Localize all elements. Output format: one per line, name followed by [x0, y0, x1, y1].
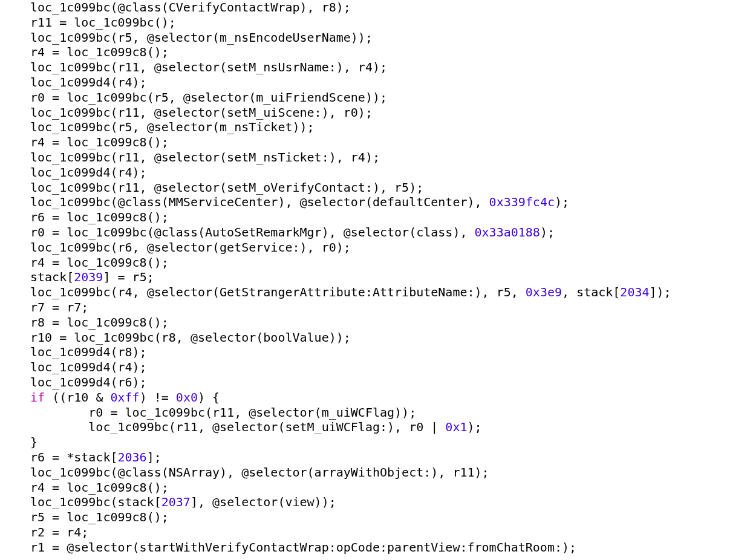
code-text: loc_1c099bc(r11, @selector(setM_oVerifyC… — [30, 180, 423, 195]
number-literal: 0x33a0188 — [475, 225, 540, 239]
code-line: if ((r10 & 0xff) != 0x0) { — [30, 390, 220, 405]
code-text: loc_1c099bc(r11, @selector(setM_nsTicket… — [30, 150, 380, 164]
code-line: r4 = loc_1c099c8(); — [30, 45, 169, 59]
code-text: r4 = loc_1c099c8(); — [30, 480, 169, 495]
code-line: r7 = r7; — [30, 300, 88, 314]
code-text: loc_1c099bc(r11, @selector(setM_uiWCFlag… — [30, 420, 445, 434]
code-line: loc_1c099bc(@class(CVerifyContactWrap), … — [30, 0, 351, 15]
code-line: loc_1c099bc(r11, @selector(setM_nsTicket… — [30, 150, 380, 164]
code-text: loc_1c099d4(r8); — [30, 345, 147, 359]
code-line: loc_1c099bc(r5, @selector(m_nsTicket)); — [30, 120, 315, 134]
code-line: r1 = @selector(startWithVerifyContactWra… — [30, 540, 576, 555]
code-line: r4 = loc_1c099c8(); — [30, 255, 169, 270]
code-text: loc_1c099bc(r6, @selector(getService:), … — [30, 240, 351, 255]
code-text: ); — [467, 420, 481, 434]
code-text: ] = r5; — [103, 270, 154, 284]
code-text: r4 = loc_1c099c8(); — [30, 255, 169, 270]
code-text: r7 = r7; — [30, 300, 88, 314]
code-text: r2 = r4; — [30, 525, 88, 539]
code-text: stack[ — [30, 270, 74, 284]
code-line: r4 = loc_1c099c8(); — [30, 135, 169, 149]
code-text: r1 = @selector(startWithVerifyContactWra… — [30, 540, 576, 555]
code-text: ((r10 & — [45, 390, 110, 405]
code-text: r0 = loc_1c099bc(@class(AutoSetRemarkMgr… — [30, 225, 475, 239]
code-line: loc_1c099bc(r11, @selector(setM_oVerifyC… — [30, 180, 423, 195]
code-line: loc_1c099bc(@class(NSArray), @selector(a… — [30, 465, 489, 480]
number-literal: 0x3e9 — [526, 285, 562, 299]
code-text: r5 = loc_1c099c8(); — [30, 510, 169, 524]
code-text: loc_1c099d4(r6); — [30, 375, 147, 389]
code-line: loc_1c099d4(r8); — [30, 345, 147, 359]
code-line: loc_1c099bc(r11, @selector(setM_nsUsrNam… — [30, 60, 387, 74]
code-text: ) != — [140, 390, 176, 405]
code-line: loc_1c099bc(r11, @selector(setM_uiWCFlag… — [30, 420, 482, 434]
code-text: ], @selector(view)); — [191, 495, 336, 509]
number-literal: 0x0 — [176, 390, 198, 405]
number-literal: 2039 — [74, 270, 103, 284]
code-text: loc_1c099bc(r4, @selector(GetStrangerAtt… — [30, 285, 526, 299]
disassembly-code-block: loc_1c099bc(@class(CVerifyContactWrap), … — [0, 0, 750, 555]
code-text: r8 = loc_1c099c8(); — [30, 315, 169, 330]
code-line: r6 = *stack[2036]; — [30, 450, 161, 464]
code-text: loc_1c099bc(@class(CVerifyContactWrap), … — [30, 0, 351, 15]
code-line: r11 = loc_1c099bc(); — [30, 15, 176, 30]
code-line: r2 = r4; — [30, 525, 88, 539]
code-text: r6 = *stack[ — [30, 450, 118, 464]
code-text: } — [30, 435, 38, 449]
code-text: loc_1c099d4(r4); — [30, 75, 147, 90]
code-line: loc_1c099bc(r11, @selector(setM_uiScene:… — [30, 105, 373, 120]
code-text: r10 = loc_1c099bc(r8, @selector(boolValu… — [30, 330, 351, 345]
code-line: r0 = loc_1c099bc(r5, @selector(m_uiFrien… — [30, 90, 387, 105]
code-line: loc_1c099d4(r4); — [30, 75, 147, 90]
code-text: r4 = loc_1c099c8(); — [30, 135, 169, 149]
code-line: loc_1c099d4(r4); — [30, 165, 147, 180]
code-line: loc_1c099bc(r5, @selector(m_nsEncodeUser… — [30, 30, 373, 45]
code-line: loc_1c099d4(r6); — [30, 375, 147, 389]
code-text: loc_1c099d4(r4); — [30, 165, 147, 180]
keyword-token: if — [30, 390, 45, 405]
code-text: ]; — [147, 450, 161, 464]
code-text: r0 = loc_1c099bc(r11, @selector(m_uiWCFl… — [30, 405, 416, 420]
number-literal: 0x339fc4c — [489, 195, 555, 209]
code-line: r10 = loc_1c099bc(r8, @selector(boolValu… — [30, 330, 351, 345]
code-text: ); — [555, 195, 569, 209]
code-text: ) { — [198, 390, 220, 405]
code-line: } — [30, 435, 38, 449]
code-text: r0 = loc_1c099bc(r5, @selector(m_uiFrien… — [30, 90, 387, 105]
code-line: loc_1c099bc(r6, @selector(getService:), … — [30, 240, 351, 255]
code-text: loc_1c099bc(r5, @selector(m_nsTicket)); — [30, 120, 315, 134]
number-literal: 0x1 — [445, 420, 467, 434]
code-line: r0 = loc_1c099bc(r11, @selector(m_uiWCFl… — [30, 405, 416, 420]
code-text: r4 = loc_1c099c8(); — [30, 45, 169, 59]
number-literal: 2037 — [161, 495, 191, 509]
code-text: loc_1c099bc(r11, @selector(setM_nsUsrNam… — [30, 60, 387, 74]
code-line: r8 = loc_1c099c8(); — [30, 315, 169, 330]
code-text: loc_1c099bc(stack[ — [30, 495, 161, 509]
number-literal: 2034 — [620, 285, 649, 299]
code-text: r11 = loc_1c099bc(); — [30, 15, 176, 30]
code-text: loc_1c099bc(@class(NSArray), @selector(a… — [30, 465, 489, 480]
code-line: r4 = loc_1c099c8(); — [30, 480, 169, 495]
code-line: r6 = loc_1c099c8(); — [30, 210, 169, 224]
code-text: loc_1c099d4(r4); — [30, 360, 147, 374]
code-line: loc_1c099bc(r4, @selector(GetStrangerAtt… — [30, 285, 671, 299]
code-line: loc_1c099bc(stack[2037], @selector(view)… — [30, 495, 336, 509]
code-text: , stack[ — [562, 285, 620, 299]
code-text: r6 = loc_1c099c8(); — [30, 210, 169, 224]
code-line: loc_1c099d4(r4); — [30, 360, 147, 374]
number-literal: 0xff — [110, 390, 139, 405]
code-text: ]); — [650, 285, 671, 299]
code-text: loc_1c099bc(r5, @selector(m_nsEncodeUser… — [30, 30, 373, 45]
code-line: r0 = loc_1c099bc(@class(AutoSetRemarkMgr… — [30, 225, 555, 239]
code-text: loc_1c099bc(r11, @selector(setM_uiScene:… — [30, 105, 373, 120]
code-line: r5 = loc_1c099c8(); — [30, 510, 169, 524]
code-line: loc_1c099bc(@class(MMServiceCenter), @se… — [30, 195, 569, 209]
code-line: stack[2039] = r5; — [30, 270, 154, 284]
number-literal: 2036 — [118, 450, 147, 464]
code-text: ); — [540, 225, 555, 239]
code-text: loc_1c099bc(@class(MMServiceCenter), @se… — [30, 195, 489, 209]
